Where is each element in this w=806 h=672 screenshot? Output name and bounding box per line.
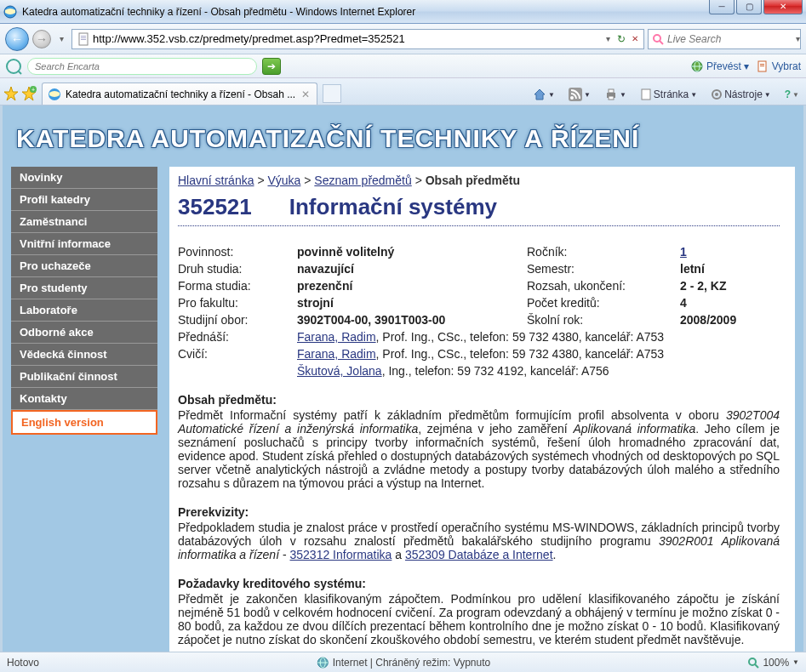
sidebar-item[interactable]: Profil katedry bbox=[11, 189, 157, 211]
ie-tab-icon bbox=[48, 88, 61, 101]
search-icon bbox=[652, 33, 664, 45]
encarta-toolbar: ➔ Převést▾ Vybrat bbox=[0, 54, 806, 78]
history-dropdown-icon[interactable]: ▾ bbox=[54, 34, 68, 43]
lecturer-link[interactable]: Farana, Radim bbox=[297, 330, 376, 344]
page-menu[interactable]: Stránka▼ bbox=[637, 88, 700, 100]
zoom-icon[interactable] bbox=[747, 657, 759, 669]
browser-tab[interactable]: Katedra automatizační techniky a řízení … bbox=[42, 83, 317, 105]
tab-close-icon[interactable]: ✕ bbox=[300, 88, 312, 100]
sidebar-item[interactable]: Kontakty bbox=[11, 388, 157, 410]
print-button[interactable]: ▼ bbox=[601, 88, 630, 101]
breadcrumb-home[interactable]: Hlavní stránka bbox=[178, 174, 254, 187]
tab-title: Katedra automatizační techniky a řízení … bbox=[66, 88, 295, 100]
address-input[interactable] bbox=[93, 32, 601, 45]
svg-line-33 bbox=[755, 664, 758, 668]
sidebar-item[interactable]: Publikační činnost bbox=[11, 366, 157, 388]
sidebar-item[interactable]: Vnitřní informace bbox=[11, 233, 157, 255]
favorites-star-icon[interactable] bbox=[3, 86, 19, 101]
sidebar-item[interactable]: Vědecká činnost bbox=[11, 344, 157, 366]
tab-bar: + Katedra automatizační techniky a řízen… bbox=[0, 78, 806, 105]
address-bar[interactable]: ▾ ↻ ✕ bbox=[71, 29, 644, 49]
sidebar-english-version[interactable]: English version bbox=[11, 410, 157, 435]
svg-line-7 bbox=[660, 41, 663, 44]
browser-viewport[interactable]: KATEDRA AUTOMATIZAČNÍ TECHNIKY A ŘÍZENÍ … bbox=[0, 105, 806, 669]
svg-point-22 bbox=[570, 96, 574, 100]
sidebar-item[interactable]: Laboratoře bbox=[11, 299, 157, 322]
globe-icon bbox=[690, 60, 704, 73]
minimize-button[interactable]: ─ bbox=[709, 0, 735, 14]
trainer-link[interactable]: Farana, Radim bbox=[297, 347, 376, 361]
svg-marker-16 bbox=[4, 87, 18, 100]
svg-rect-5 bbox=[81, 39, 86, 40]
status-text: Hotovo bbox=[7, 657, 39, 669]
subject-code: 352521 bbox=[178, 194, 252, 220]
sidebar-item[interactable]: Pro studenty bbox=[11, 277, 157, 299]
refresh-icon[interactable]: ↻ bbox=[615, 33, 628, 45]
stop-icon[interactable]: ✕ bbox=[628, 34, 642, 43]
window-title: Katedra automatizační techniky a řízení … bbox=[22, 6, 709, 18]
svg-rect-3 bbox=[81, 36, 86, 37]
trainer-link[interactable]: Škutová, Jolana bbox=[297, 364, 382, 378]
tools-menu[interactable]: Nástroje▼ bbox=[707, 88, 775, 100]
status-bar: Hotovo Internet | Chráněný režim: Vypnut… bbox=[0, 652, 806, 672]
svg-rect-25 bbox=[609, 96, 614, 100]
svg-text:+: + bbox=[31, 87, 35, 93]
home-button[interactable]: ▼ bbox=[529, 88, 558, 101]
year-link[interactable]: 1 bbox=[680, 245, 687, 259]
feeds-button[interactable]: ▼ bbox=[565, 88, 594, 101]
zoom-level[interactable]: 100% bbox=[763, 657, 789, 669]
status-zone: Internet | Chráněný režim: Vypnuto bbox=[333, 657, 490, 669]
breadcrumb-current: Obsah předmětu bbox=[426, 174, 520, 187]
window-titlebar: Katedra automatizační techniky a řízení … bbox=[0, 0, 806, 24]
search-dropdown-icon[interactable]: ▾ bbox=[796, 34, 800, 43]
sidebar-item[interactable]: Odborné akce bbox=[11, 322, 157, 344]
subject-info: Povinnost:povinně volitelnýRočník:1 Druh… bbox=[178, 243, 780, 378]
select-button[interactable]: Vybrat bbox=[756, 60, 801, 73]
main-content: Hlavní stránka > Výuka > Seznam předmětů… bbox=[169, 167, 795, 669]
svg-point-32 bbox=[749, 658, 756, 665]
ie-icon bbox=[3, 5, 17, 19]
address-dropdown-icon[interactable]: ▾ bbox=[601, 34, 615, 43]
encarta-search[interactable] bbox=[27, 58, 257, 75]
internet-zone-icon bbox=[316, 656, 329, 669]
forward-button[interactable]: → bbox=[32, 30, 51, 48]
svg-rect-15 bbox=[760, 65, 764, 66]
nav-toolbar: ← → ▾ ▾ ↻ ✕ ▾ bbox=[0, 24, 806, 54]
prereq-link[interactable]: 352309 Databáze a Internet bbox=[405, 548, 553, 561]
help-button[interactable]: ?▼ bbox=[781, 88, 803, 100]
sidebar-item[interactable]: Novinky bbox=[11, 167, 157, 189]
sidebar-item[interactable]: Zaměstnanci bbox=[11, 211, 157, 233]
svg-rect-4 bbox=[81, 37, 86, 38]
zoom-dropdown-icon[interactable]: ▼ bbox=[792, 658, 799, 666]
svg-rect-21 bbox=[569, 88, 582, 101]
page-icon bbox=[756, 60, 769, 73]
back-button[interactable]: ← bbox=[5, 27, 29, 51]
breadcrumb-teaching[interactable]: Výuka bbox=[267, 174, 300, 187]
sidebar: Novinky Profil katedry Zaměstnanci Vnitř… bbox=[11, 167, 157, 435]
site-title: KATEDRA AUTOMATIZAČNÍ TECHNIKY A ŘÍZENÍ bbox=[16, 124, 795, 153]
section-credits: Požadavky kreditového systému: Předmět j… bbox=[178, 577, 780, 646]
breadcrumb: Hlavní stránka > Výuka > Seznam předmětů… bbox=[178, 174, 780, 187]
translate-button[interactable]: Převést▾ bbox=[690, 60, 749, 73]
close-button[interactable]: ✕ bbox=[763, 0, 803, 14]
prereq-link[interactable]: 352312 Informatika bbox=[290, 548, 392, 561]
maximize-button[interactable]: ▢ bbox=[736, 0, 762, 14]
svg-point-6 bbox=[654, 35, 660, 42]
new-tab-button[interactable] bbox=[323, 84, 341, 103]
encarta-icon bbox=[5, 58, 22, 75]
svg-rect-14 bbox=[760, 64, 764, 65]
encarta-go-button[interactable]: ➔ bbox=[262, 58, 281, 75]
subject-name: Informační systémy bbox=[289, 194, 497, 220]
search-input[interactable] bbox=[667, 33, 796, 45]
search-box[interactable]: ▾ bbox=[648, 29, 801, 49]
section-content: Obsah předmětu: Předmět Informační systé… bbox=[178, 393, 780, 490]
encarta-search-input[interactable] bbox=[35, 61, 249, 71]
section-prereq: Prerekvizity: Předpokladem studia je zna… bbox=[178, 505, 780, 561]
breadcrumb-subject-list[interactable]: Seznam předmětů bbox=[314, 174, 411, 187]
page-icon bbox=[77, 32, 90, 46]
svg-rect-24 bbox=[609, 89, 614, 93]
svg-line-9 bbox=[18, 71, 21, 74]
svg-rect-26 bbox=[642, 89, 650, 100]
add-favorites-icon[interactable]: + bbox=[21, 86, 37, 101]
sidebar-item[interactable]: Pro uchazeče bbox=[11, 255, 157, 277]
